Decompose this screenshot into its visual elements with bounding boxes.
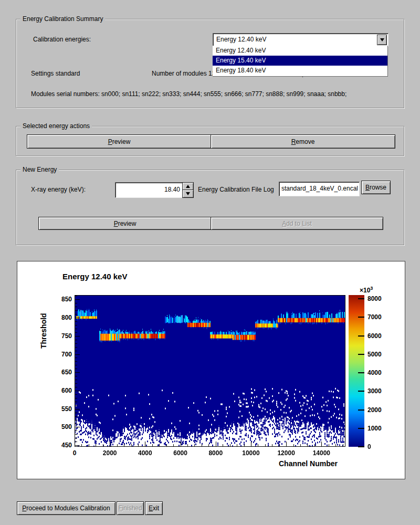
xray-energy-label: X-ray energy (keV):: [31, 186, 86, 193]
actions-group: Selected energy actions Preview Remove: [16, 126, 404, 156]
calibration-chart-panel: Energy 12.40 keV Threshold ×103 Channel …: [17, 261, 405, 479]
calibration-energies-label: Calibration energies:: [33, 36, 91, 43]
colorbar-tick-label: 7000: [368, 313, 382, 321]
colorbar-tick: [358, 428, 364, 429]
colorbar-tick-label: 2000: [368, 406, 382, 414]
x-tick-label: 14000: [306, 449, 337, 457]
threshold-scan-heatmap: [75, 295, 345, 447]
xray-energy-stepper: [182, 182, 193, 197]
x-tick-label: 4000: [129, 449, 161, 457]
colorbar-tick: [358, 354, 364, 355]
modules-count-label: Number of modules 12: [152, 70, 215, 77]
colorbar-tick-label: 1000: [368, 425, 382, 432]
file-log-label: Energy Calibration File Log: [198, 186, 274, 193]
x-tick-label: 0: [59, 449, 90, 457]
summary-group-title: Energy Calibration Summary: [20, 15, 105, 23]
colorbar-scale-label: ×103: [360, 286, 373, 294]
actions-group-title: Selected energy actions: [20, 122, 92, 130]
y-axis-title: Threshold: [39, 313, 48, 349]
energy-dropdown-list: Energy 12.40 keV Energy 15.40 keV Energy…: [213, 46, 388, 77]
x-tick-label: 8000: [200, 449, 232, 457]
colorbar-tick-label: 8000: [368, 295, 382, 302]
y-tick-label: 700: [54, 351, 72, 358]
xray-energy-input[interactable]: 18.40: [115, 182, 183, 198]
file-log-value: standard_18_4keV_0.encal: [280, 182, 358, 195]
y-tick-label: 450: [54, 442, 72, 449]
spin-down-button[interactable]: [182, 190, 194, 198]
chevron-down-icon: [380, 38, 384, 41]
finished-button[interactable]: Finished: [117, 501, 144, 515]
x-tick-label: 10000: [235, 449, 267, 457]
dropdown-option-3[interactable]: Energy 18.40 keV: [213, 66, 387, 76]
arrow-down-icon: [186, 192, 190, 195]
x-axis-title: Channel Number: [227, 459, 338, 468]
remove-button[interactable]: Remove: [211, 134, 395, 149]
combobox-dropdown-button[interactable]: [377, 35, 387, 45]
colorbar-tick: [358, 391, 364, 392]
new-energy-group: New Energy X-ray energy (keV): 18.40 Ene…: [16, 170, 404, 245]
y-tick-label: 850: [54, 296, 72, 303]
preview-new-button[interactable]: Preview: [38, 217, 212, 230]
colorbar-tick: [358, 335, 364, 337]
serial-numbers-label: Modules serial numbers: sn000; sn111; sn…: [31, 90, 346, 98]
colorbar-tick-label: 3000: [368, 387, 382, 395]
energy-calibration-window: { "summary": { "title": "Energy Calibrat…: [0, 0, 420, 525]
y-tick-label: 650: [54, 369, 72, 376]
chart-title: Energy 12.40 keV: [62, 272, 127, 281]
y-tick-label: 600: [54, 387, 72, 394]
colorbar-tick-label: 6000: [368, 332, 382, 340]
add-to-list-button[interactable]: Add to List: [211, 217, 383, 230]
y-tick-label: 500: [54, 423, 72, 430]
colorbar-tick-label: 5000: [368, 351, 382, 358]
x-tick-label: 12000: [270, 449, 302, 457]
x-tick-label: 6000: [165, 449, 196, 457]
colorbar-tick: [358, 372, 364, 373]
colorbar: [349, 295, 364, 447]
y-tick-label: 750: [54, 332, 72, 340]
colorbar-tick: [358, 298, 364, 299]
summary-group: Energy Calibration Summary Calibration e…: [16, 19, 404, 108]
energy-combobox[interactable]: Energy 12.40 keV: [213, 33, 388, 47]
colorbar-tick: [358, 410, 364, 411]
arrow-up-icon: [186, 185, 190, 188]
x-tick-label: 2000: [94, 449, 125, 457]
proceed-to-modules-calibration-button[interactable]: Proceed to Modules Calibration: [17, 501, 116, 515]
preview-selected-button[interactable]: Preview: [27, 134, 212, 149]
colorbar-tick-label: 4000: [368, 369, 382, 376]
browse-button[interactable]: Browse: [361, 181, 391, 194]
dropdown-option-1[interactable]: Energy 12.40 keV: [213, 46, 387, 56]
exit-button[interactable]: Exit: [145, 501, 163, 515]
colorbar-tick: [358, 446, 364, 447]
energy-combobox-value: Energy 12.40 keV: [216, 34, 266, 45]
y-tick-label: 550: [54, 405, 72, 413]
file-log-input[interactable]: standard_18_4keV_0.encal: [279, 182, 360, 196]
settings-label: Settings standard: [31, 70, 80, 77]
new-energy-group-title: New Energy: [20, 166, 59, 174]
xray-energy-value: 18.40: [164, 183, 180, 196]
colorbar-tick: [358, 317, 364, 318]
y-tick-label: 800: [54, 314, 72, 321]
dropdown-option-2[interactable]: Energy 15.40 keV: [213, 56, 387, 66]
colorbar-tick-label: 0: [368, 443, 371, 450]
